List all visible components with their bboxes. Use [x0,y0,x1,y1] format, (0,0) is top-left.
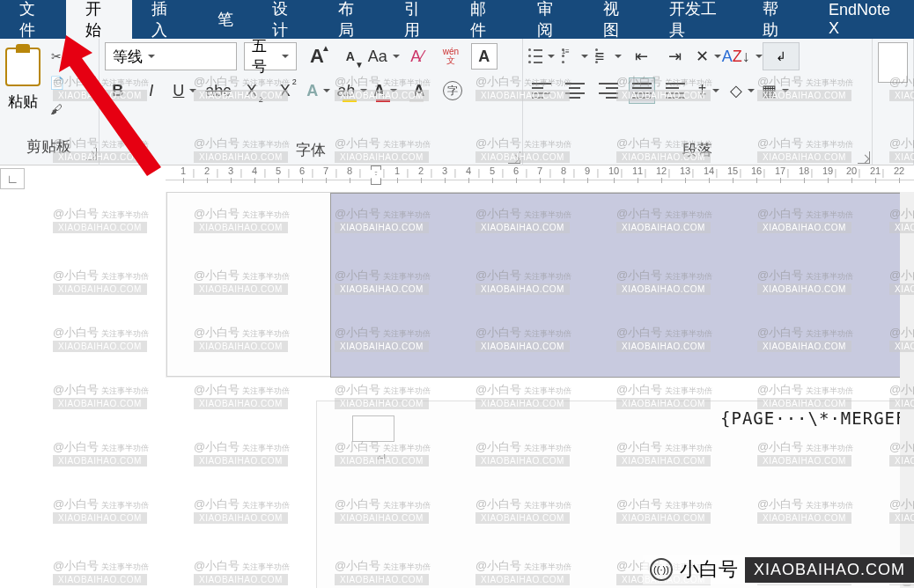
style-gallery-item[interactable] [878,42,908,83]
ruler-tick: 21 [870,165,881,176]
ruler-tick: 8 [347,165,352,176]
shading-button[interactable]: ◇ [729,77,756,104]
copy-button[interactable]: 📄 [46,72,67,93]
change-case-button[interactable]: Aa [371,43,397,70]
ruler-tick: 4 [252,165,257,176]
grow-font-button[interactable]: A▲ [304,43,330,70]
text-effects-button[interactable]: A [306,77,332,104]
ruler-tick: 11 [632,165,643,176]
tab-devtools[interactable]: 开发工具 [650,0,743,39]
underline-button[interactable]: U [172,77,198,104]
highlight-button[interactable]: ab [339,77,365,104]
ruler-tick: 2 [204,165,210,176]
clipboard-launcher[interactable] [85,148,97,160]
sort-button[interactable]: AZ↓ [729,43,756,70]
indent-decrease-button[interactable]: ⇤ [629,43,655,70]
ruler[interactable]: ∟ 8|7|6|5|4|3|2|1|1|2|3|4|5|6|7|8|9|10|1… [0,165,914,192]
paste-button[interactable]: 粘贴 [5,44,41,137]
group-styles-partial [873,39,914,165]
ribbon: 粘贴 ✂ 📄 🖌 剪贴板 等线 五号 A▲ A▼ Aa A⁄ wén文 A [0,39,914,165]
borders-button[interactable]: ▦ [763,77,789,104]
tab-home[interactable]: 开始 [66,0,132,39]
font-color-button[interactable]: A [372,77,399,104]
indent-marker[interactable] [371,165,381,185]
document-area[interactable]: ↵ {PAGE···\*·MERGEFO [0,192,914,588]
numbering-button[interactable]: 1≡ [562,43,588,70]
clear-format-button[interactable]: A⁄ [404,43,431,70]
phonetic-guide-button[interactable]: wén文 [438,43,464,70]
tab-selector[interactable]: ∟ [0,168,25,189]
tab-mail[interactable]: 邮件 [451,0,517,39]
subscript-button[interactable]: X2 [239,77,265,104]
ruler-tick: 1 [394,165,400,176]
line-spacing-button[interactable]: ‡ [696,77,722,104]
ruler-tick: 16 [751,165,762,176]
tab-insert[interactable]: 插入 [132,0,198,39]
page-field-code[interactable]: {PAGE···\*·MERGEFO [720,408,914,428]
group-label-clipboard: 剪贴板 [0,137,99,162]
ruler-tick: 7 [537,165,542,176]
multilevel-list-button[interactable]: ≡ [595,43,622,70]
group-label-font: 字体 [100,141,522,165]
character-border-button[interactable]: A [471,43,498,70]
tab-references[interactable]: 引用 [385,0,451,39]
ruler-tick: 15 [727,165,738,176]
tab-layout[interactable]: 布局 [319,0,385,39]
brand-name: 小白号 [680,556,738,583]
format-painter-button[interactable]: 🖌 [46,99,67,120]
italic-button[interactable]: I [138,77,165,104]
ruler-tick: 19 [822,165,833,176]
align-right-button[interactable] [595,77,622,104]
enclose-char-button[interactable]: 字 [439,77,466,104]
tab-view[interactable]: 视图 [584,0,650,39]
bullets-button[interactable] [528,43,555,70]
cut-button[interactable]: ✂ [46,46,67,67]
ruler-tick: 7 [323,165,328,176]
char-shading-button[interactable]: A [406,77,432,104]
align-center-button[interactable] [562,77,588,104]
ruler-tick: 3 [442,165,447,176]
ruler-tick: 5 [490,165,495,176]
indent-increase-button[interactable]: ⇥ [662,43,689,70]
tab-pen[interactable]: 笔 [198,0,253,39]
asian-layout-button[interactable]: ✕ [696,43,722,70]
paragraph-mark: ↵ [377,451,387,465]
ruler-tick: 2 [418,165,424,176]
ruler-tick: 12 [656,165,667,176]
font-launcher[interactable] [508,151,520,164]
tab-design[interactable]: 设计 [253,0,319,39]
ruler-tick: 8 [561,165,566,176]
tab-file[interactable]: 文件 [0,0,66,39]
font-size-select[interactable]: 五号 [244,42,297,70]
ruler-tick: 1 [181,165,186,176]
align-left-button[interactable] [528,77,555,104]
ruler-tick: 3 [228,165,233,176]
strikethrough-button[interactable]: abc [205,77,232,104]
ruler-tick: 18 [799,165,809,176]
show-marks-button[interactable]: ↲ [763,42,800,70]
ruler-tick: 13 [680,165,690,176]
ruler-tick: 10 [608,165,619,176]
tab-endnote[interactable]: EndNote X [809,0,914,39]
bold-button[interactable]: B [105,77,131,104]
ruler-tick: 14 [704,165,714,176]
selected-image[interactable] [330,193,914,378]
text-frame[interactable] [352,415,394,442]
align-justify-button[interactable] [629,77,655,104]
page-1 [166,192,914,377]
menu-bar: 文件 开始 插入 笔 设计 布局 引用 邮件 审阅 视图 开发工具 帮助 End… [0,0,914,39]
tab-review[interactable]: 审阅 [518,0,584,39]
watermark-brand: ((·)) 小白号 XIAOBAIHAO.COM [643,555,914,584]
paragraph-launcher[interactable] [858,151,870,164]
vertical-scrollbar[interactable] [900,192,914,588]
shrink-font-button[interactable]: A▼ [337,43,364,70]
font-name-select[interactable]: 等线 [105,42,237,70]
paste-label: 粘贴 [8,92,38,112]
superscript-button[interactable]: X2 [272,77,299,104]
ruler-tick: 6 [513,165,519,176]
clipboard-icon [5,48,41,86]
align-distribute-button[interactable] [662,77,689,104]
broadcast-icon: ((·)) [650,558,673,581]
ruler-tick: 5 [276,165,281,176]
tab-help[interactable]: 帮助 [743,0,809,39]
